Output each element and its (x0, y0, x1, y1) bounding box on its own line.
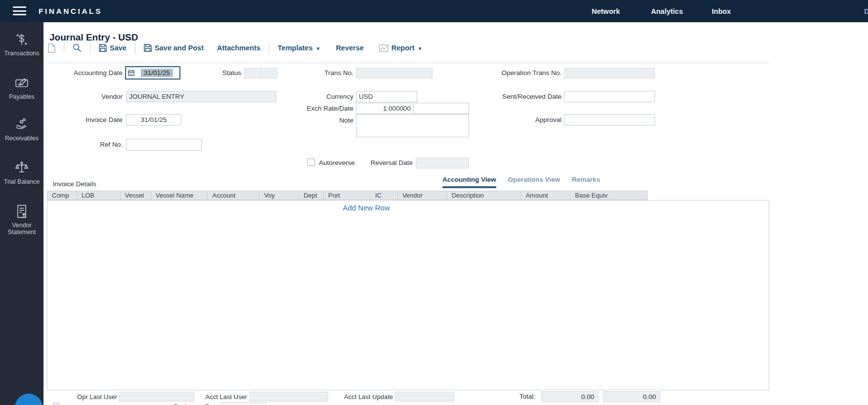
acct-last-update-input (395, 392, 454, 402)
money-transfer-icon (14, 32, 29, 47)
sidebar-item-label: Payables (0, 93, 43, 100)
nav-analytics[interactable]: Analytics (651, 7, 683, 15)
status-cell (244, 68, 261, 79)
acct-last-user-input (249, 392, 328, 402)
approval-label: Approval (475, 116, 562, 123)
status-label: Status (198, 69, 241, 77)
accounting-date-value: 31/01/25 (141, 69, 173, 77)
save-button[interactable]: Save (99, 44, 127, 52)
exch-date-input[interactable] (413, 103, 469, 114)
total-amount-value (541, 391, 599, 402)
toolbar-divider (269, 42, 269, 53)
sidebar-item-vendor-statement[interactable]: Vendor Statement (0, 204, 43, 236)
reverse-button[interactable]: Reverse (336, 44, 363, 52)
column-header[interactable]: LOB (77, 191, 121, 200)
invoice-details-header: CompLOBVesselVessel NameAccountVoyDeptPo… (47, 191, 648, 200)
invoice-date-input[interactable] (126, 114, 181, 125)
column-header[interactable]: Amount (521, 191, 570, 200)
currency-label: Currency (274, 93, 353, 100)
column-header[interactable]: Vendor (398, 191, 447, 200)
status-field (244, 68, 278, 79)
acct-last-update-label: Acct Last Update (321, 393, 393, 401)
statement-person-icon (14, 204, 29, 219)
hand-coins-icon (14, 117, 29, 132)
toolbar-divider (90, 42, 90, 53)
column-header[interactable]: Account (208, 191, 260, 200)
accounting-date-input[interactable]: 31/01/25 (125, 66, 180, 80)
search-button[interactable] (73, 43, 82, 52)
column-header[interactable]: Vessel Name (151, 191, 208, 200)
trans-no-label: Trans No. (274, 69, 353, 77)
column-header[interactable]: Vessel (121, 191, 151, 200)
topbar: FINANCIALS Network Analytics Inbox D (0, 0, 868, 22)
operation-trans-no-label: Operation Trans No. (475, 69, 562, 77)
tab-accounting-view[interactable]: Accounting View (442, 176, 496, 188)
column-header[interactable]: IC (371, 191, 398, 200)
app: FINANCIALS Network Analytics Inbox D Tra… (0, 0, 868, 405)
help-chat-button[interactable] (15, 394, 43, 405)
exch-rate-input[interactable] (356, 103, 414, 114)
toolbar: Save Save and Post Attachments Templates… (48, 41, 422, 54)
invoice-date-label: Invoice Date (47, 116, 123, 123)
total-base-equiv-value (603, 391, 660, 402)
note-label: Note (274, 117, 353, 124)
menu-icon[interactable] (13, 6, 26, 16)
attachments-button[interactable]: Attachments (217, 44, 260, 52)
templates-button[interactable]: Templates▼ (278, 44, 321, 52)
operation-trans-no-input (564, 68, 655, 79)
sidebar-item-receivables[interactable]: Receivables (0, 117, 43, 142)
opr-last-user-label: Opr Last User (47, 393, 117, 401)
column-header[interactable]: Base Equiv (570, 191, 647, 200)
sidebar-item-label: Trial Balance (0, 178, 43, 185)
ref-no-label: Ref No. (47, 141, 123, 148)
reversal-date-input (416, 158, 469, 168)
ref-no-input[interactable] (126, 139, 202, 151)
sidebar-item-label: Receivables (0, 135, 43, 142)
exchange-rate-input[interactable] (221, 403, 266, 405)
vendor-label: Vendor (47, 93, 123, 100)
calendar-icon (128, 70, 134, 76)
autoreverse-checkbox[interactable] (307, 159, 315, 166)
nav-inbox[interactable]: Inbox (712, 7, 731, 15)
save-icon (144, 44, 152, 52)
vendor-input (126, 91, 276, 102)
acct-last-user-label: Acct Last User (178, 393, 247, 401)
exch-rate-date-label: Exch Rate/Date (274, 105, 353, 112)
chevron-down-icon: ▼ (418, 46, 423, 51)
column-header[interactable]: Port (324, 191, 371, 200)
toolbar-divider (135, 42, 135, 53)
sidebar-item-payables[interactable]: Payables (0, 76, 43, 100)
cheque-pen-icon (14, 76, 29, 90)
sent-received-date-label: Sent/Received Date (475, 93, 562, 100)
report-button[interactable]: Report▼ (379, 44, 423, 52)
save-and-post-button[interactable]: Save and Post (144, 44, 204, 52)
save-icon (99, 44, 107, 52)
column-header[interactable]: Comp (47, 191, 77, 200)
add-new-row-link[interactable]: Add New Row (317, 203, 416, 212)
balance-scales-icon (14, 161, 29, 175)
toolbar-separator (47, 63, 769, 63)
new-document-icon (48, 43, 55, 53)
tab-operations-view[interactable]: Operations View (508, 176, 561, 188)
search-icon (73, 43, 82, 52)
note-textarea[interactable] (356, 114, 469, 137)
clipped-checkbox (53, 403, 60, 405)
nav-network[interactable]: Network (592, 7, 620, 15)
invoice-details-label: Invoice Details (53, 180, 96, 188)
sidebar-item-transactions[interactable]: Transactions (0, 32, 43, 57)
column-header[interactable]: Dept (299, 191, 324, 200)
approval-input[interactable] (564, 114, 655, 125)
app-brand: FINANCIALS (39, 7, 102, 16)
accounting-date-label: Accounting Date (47, 69, 123, 77)
new-document-button[interactable] (48, 43, 55, 53)
sidebar-item-label: Transactions (0, 50, 43, 57)
nav-partial-item[interactable]: D (864, 7, 868, 15)
sidebar-item-trial-balance[interactable]: Trial Balance (0, 161, 43, 185)
invoice-details-tabs: Accounting View Operations View Remarks (442, 176, 600, 188)
sent-received-date-input[interactable] (564, 91, 655, 102)
column-header[interactable]: Description (447, 191, 521, 200)
column-header[interactable]: Voy (260, 191, 299, 200)
currency-input[interactable] (356, 91, 417, 102)
tab-remarks[interactable]: Remarks (572, 176, 600, 188)
sidebar-item-label: Vendor Statement (0, 222, 43, 236)
